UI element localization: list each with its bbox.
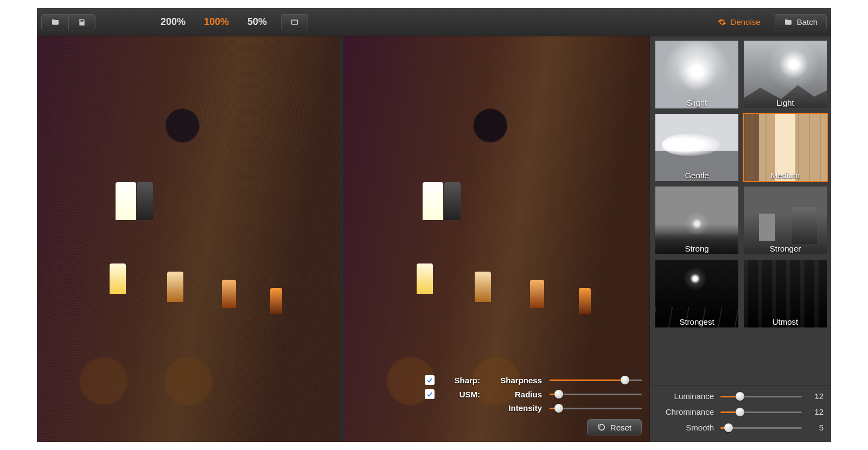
tab-denoise-label: Denoise [731, 17, 761, 27]
file-group [41, 14, 95, 30]
preset-label: Strongest [655, 317, 738, 326]
smooth-slider[interactable] [720, 425, 802, 430]
fit-screen-icon [290, 18, 299, 27]
preset-gentle[interactable]: Gentle [654, 113, 739, 183]
preview-area[interactable]: Sharp: Sharpness USM: Radius Intensity [37, 36, 649, 442]
reset-button[interactable]: Reset [587, 419, 642, 435]
radius-slider[interactable] [550, 391, 642, 397]
chrominance-value: 12 [808, 407, 824, 416]
fit-screen-button[interactable] [281, 14, 308, 30]
denoise-sliders: Luminance 12 Chrominance 12 Smooth 5 [650, 385, 831, 442]
folder-icon [51, 18, 60, 27]
tab-denoise[interactable]: Denoise [709, 14, 769, 30]
luminance-row: Luminance 12 [654, 391, 824, 401]
luminance-label: Luminance [654, 391, 714, 401]
sharp-row: Sharp: Sharpness [419, 375, 642, 385]
side-panel: Slight Light Gentle Medium Strong Strong… [649, 36, 831, 442]
sharp-label: Sharp: [442, 376, 480, 385]
main-toolbar: 200% 100% 50% Denoise Batch [37, 8, 831, 36]
usm-row: USM: Radius [419, 389, 642, 399]
zoom-50[interactable]: 50% [242, 14, 272, 30]
preset-label: Stronger [744, 244, 827, 253]
usm-checkbox[interactable] [425, 389, 435, 399]
luminance-slider[interactable] [720, 394, 802, 399]
folder-icon [784, 18, 793, 27]
smooth-value: 5 [808, 423, 824, 432]
preset-label: Medium [744, 171, 827, 180]
preset-strong[interactable]: Strong [654, 185, 739, 255]
gear-icon [718, 18, 726, 27]
preset-medium[interactable]: Medium [743, 113, 828, 183]
preset-utmost[interactable]: Utmost [743, 259, 828, 329]
preset-stronger[interactable]: Stronger [743, 185, 828, 255]
open-button[interactable] [41, 14, 68, 30]
tab-batch[interactable]: Batch [775, 14, 827, 30]
workspace: Sharp: Sharpness USM: Radius Intensity [37, 36, 831, 442]
preset-slight[interactable]: Slight [654, 40, 739, 110]
preset-label: Slight [655, 98, 738, 107]
preset-light[interactable]: Light [743, 40, 828, 110]
sharpening-overlay: Sharp: Sharpness USM: Radius Intensity [419, 375, 642, 435]
intensity-row: Intensity [419, 403, 642, 413]
chrominance-label: Chrominance [654, 407, 714, 416]
luminance-value: 12 [808, 391, 824, 401]
smooth-row: Smooth 5 [654, 423, 824, 432]
save-icon [78, 18, 86, 27]
before-pane [37, 36, 343, 442]
preset-strongest[interactable]: Strongest [654, 259, 739, 329]
sharpness-slider[interactable] [550, 377, 642, 383]
sharp-checkbox[interactable] [425, 375, 435, 385]
after-pane: Sharp: Sharpness USM: Radius Intensity [343, 36, 650, 442]
preset-label: Gentle [655, 171, 738, 180]
intensity-slider[interactable] [550, 406, 642, 411]
zoom-group: 200% 100% 50% [155, 14, 272, 30]
reset-icon [597, 423, 606, 432]
zoom-100[interactable]: 100% [199, 14, 234, 30]
preset-label: Light [744, 98, 827, 107]
smooth-label: Smooth [654, 423, 714, 432]
radius-label: Radius [488, 390, 542, 399]
zoom-200[interactable]: 200% [155, 14, 191, 30]
tab-batch-label: Batch [797, 17, 818, 27]
preset-label: Utmost [744, 317, 827, 326]
preset-label: Strong [655, 244, 738, 253]
chrominance-slider[interactable] [720, 409, 802, 415]
app-window: 200% 100% 50% Denoise Batch [37, 8, 831, 442]
sharpness-label: Sharpness [488, 376, 542, 385]
preset-area[interactable]: Slight Light Gentle Medium Strong Strong… [650, 36, 831, 385]
check-icon [426, 390, 433, 398]
svg-rect-0 [292, 20, 298, 24]
intensity-label: Intensity [488, 403, 542, 413]
usm-label: USM: [442, 390, 480, 399]
chrominance-row: Chrominance 12 [654, 407, 824, 416]
reset-label: Reset [610, 423, 631, 432]
check-icon [426, 376, 433, 384]
save-button[interactable] [68, 14, 95, 30]
